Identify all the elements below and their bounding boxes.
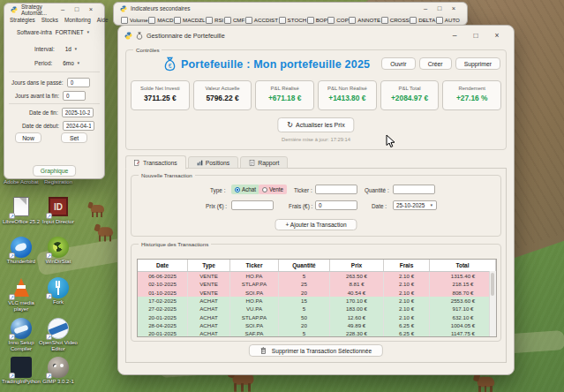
table-header: DateTypeTickerQuantitéPrixFraisTotal bbox=[138, 260, 496, 272]
checkbox-cmf[interactable]: CMF bbox=[224, 17, 244, 24]
days-before-end-input[interactable] bbox=[63, 91, 86, 101]
table-cell-fees: 6.25 € bbox=[384, 321, 430, 329]
strategy-titlebar[interactable]: Strategy Automat... – □ × bbox=[4, 4, 104, 15]
checkbox-auto[interactable]: AUTO bbox=[436, 17, 460, 24]
minimize-icon[interactable]: – bbox=[444, 26, 465, 44]
indicators-titlebar[interactable]: Indicateurs secondaires – □ × bbox=[114, 3, 467, 14]
table-row[interactable]: 28-04-2025ACHATSOI.PA2049.89 €6.25 €1004… bbox=[138, 321, 496, 329]
checkbox-accdist[interactable]: ACCDIST bbox=[245, 17, 278, 24]
creer-button[interactable]: Créer bbox=[419, 57, 452, 70]
software-select[interactable]: FORTINET ▼ bbox=[56, 29, 90, 35]
close-icon[interactable]: × bbox=[447, 4, 461, 14]
date-select[interactable]: 25-10-2025 ▼ bbox=[393, 200, 437, 210]
start-date-input[interactable] bbox=[63, 121, 94, 131]
checkbox-cross[interactable]: CROSS bbox=[381, 17, 410, 24]
tab-positions[interactable]: Positions bbox=[188, 156, 239, 169]
table-row[interactable]: 01-10-2025VENTESOI.PA2040.54 €2.10 €808.… bbox=[138, 289, 496, 297]
graphique-button[interactable]: Graphique bbox=[33, 165, 77, 177]
maximize-icon[interactable]: □ bbox=[432, 4, 447, 14]
stat-value: 3711.25 € bbox=[132, 94, 189, 102]
horse-figure bbox=[98, 227, 113, 236]
horse-figure bbox=[91, 205, 104, 213]
positions-tab-icon bbox=[197, 160, 203, 166]
desktop-icon-input-director[interactable]: ID↗Input Director bbox=[39, 196, 78, 225]
tab-transactions[interactable]: Transactions bbox=[125, 155, 186, 170]
desktop-icon-gimp[interactable]: ↗GIMP 3.0.2-1 bbox=[39, 357, 78, 385]
shortcut-arrow-icon: ↗ bbox=[46, 253, 52, 259]
add-transaction-button[interactable]: + Ajouter la Transaction bbox=[274, 219, 357, 230]
openshot-icon: ↗ bbox=[48, 318, 69, 339]
checkbox-cop[interactable]: COP bbox=[327, 17, 348, 24]
table-row[interactable]: 02-10-2025VENTESTLAP.PA258.81 €2.10 €218… bbox=[138, 280, 496, 288]
desktop-icon-label: Inno Setup Compiler bbox=[2, 340, 41, 352]
checkbox-annote[interactable]: ANNOTE bbox=[349, 17, 380, 24]
new-transaction-group: Nouvelle Transaction Type : Achat Vente … bbox=[131, 175, 501, 237]
refresh-prices-button[interactable]: ↻ Actualiser les Prix bbox=[277, 117, 354, 132]
checkbox-macd[interactable]: MACD bbox=[148, 17, 173, 24]
checkbox-delta[interactable]: DELTA bbox=[410, 17, 435, 24]
maximize-icon[interactable]: □ bbox=[70, 4, 84, 15]
vente-radio[interactable]: Vente bbox=[259, 185, 287, 194]
shortcut-arrow-icon: ↗ bbox=[9, 294, 15, 300]
menu-strategies[interactable]: Stratégies bbox=[10, 17, 35, 23]
desktop-icon-libreoffice[interactable]: ↗LibreOffice 25.2 bbox=[2, 196, 41, 225]
stat-card: P&L Non Réalisé+1413.80 € bbox=[318, 80, 377, 110]
libreoffice-icon: ↗ bbox=[11, 197, 32, 218]
interval-select[interactable]: 1d ▼ bbox=[65, 46, 78, 52]
table-row[interactable]: 17-02-2025ACHATHO.PA15170.10 €2.10 €2553… bbox=[138, 297, 496, 305]
table-row[interactable]: 20-01-2025ACHATSTLAP.PA5012.60 €2.10 €63… bbox=[138, 313, 496, 320]
transactions-table: DateTypeTickerQuantitéPrixFraisTotal 06-… bbox=[137, 259, 497, 337]
checkbox-bop[interactable]: BOP bbox=[307, 17, 327, 24]
supprimer-button[interactable]: Supprimer bbox=[455, 57, 500, 70]
desktop-icon-inno[interactable]: ↗Inno Setup Compiler bbox=[2, 318, 41, 352]
menu-stocks[interactable]: Stocks bbox=[41, 17, 58, 23]
desktop-icon-thunderbird[interactable]: ↗Thunderbird bbox=[2, 237, 41, 265]
delete-transaction-button[interactable]: Supprimer la Transaction Sélectionnée bbox=[249, 344, 383, 357]
menu-monitoring[interactable]: Monitoring bbox=[64, 17, 91, 23]
quantite-input[interactable] bbox=[393, 185, 435, 194]
checkbox-macdzl[interactable]: MACDZL bbox=[174, 17, 205, 24]
tab-rapport[interactable]: Rapport bbox=[240, 156, 288, 169]
achat-radio[interactable]: Achat bbox=[231, 185, 259, 194]
table-row[interactable]: 06-06-2025VENTEHO.PA5263.50 €2.10 €1315.… bbox=[138, 272, 496, 280]
prix-input[interactable] bbox=[231, 200, 274, 210]
table-cell-fees: 2.10 € bbox=[384, 297, 430, 305]
desktop-icon-label: VLC media player bbox=[2, 300, 41, 313]
checkbox-rsi[interactable]: RSI bbox=[206, 17, 223, 24]
checkbox-box-icon bbox=[174, 17, 181, 24]
period-select[interactable]: 6mo ▼ bbox=[63, 60, 80, 66]
desktop-icon-fork[interactable]: ↗Fork bbox=[39, 277, 78, 305]
table-row[interactable]: 27-02-2025ACHATVU.PA5183.00 €2.10 €917.1… bbox=[138, 305, 496, 313]
checkbox-stoch[interactable]: STOCH bbox=[279, 17, 307, 24]
desktop-icon-vlc[interactable]: ↗VLC media player bbox=[2, 277, 41, 313]
close-icon[interactable]: × bbox=[84, 4, 98, 15]
table-row[interactable]: 20-01-2025ACHATSAF.PA5228.30 €6.25 €1147… bbox=[138, 329, 496, 337]
close-icon[interactable]: × bbox=[486, 26, 508, 44]
minimize-icon[interactable]: – bbox=[418, 4, 432, 14]
portfolio-titlebar[interactable]: Gestionnaire de Portefeuille – □ × bbox=[118, 26, 514, 45]
frais-input[interactable] bbox=[315, 200, 357, 210]
days-past-input[interactable] bbox=[67, 78, 90, 87]
end-date-input[interactable] bbox=[62, 108, 94, 117]
desktop-icon-label-partial[interactable]: Registration bbox=[39, 179, 78, 185]
now-button[interactable]: Now bbox=[15, 132, 41, 143]
table-cell-fees: 2.10 € bbox=[384, 280, 430, 288]
scrollbar-thumb[interactable] bbox=[491, 273, 494, 296]
maximize-icon[interactable]: □ bbox=[465, 26, 486, 44]
menu-aide[interactable]: Aide bbox=[97, 17, 109, 23]
desktop-icon-openshot[interactable]: ↗OpenShot Video Editor bbox=[39, 318, 78, 352]
ticker-input[interactable] bbox=[315, 185, 357, 194]
checkbox-volume[interactable]: Volume bbox=[121, 17, 148, 24]
minimize-icon[interactable]: – bbox=[56, 4, 70, 15]
trash-icon bbox=[260, 347, 267, 354]
desktop-icon-label: OpenShot Video Editor bbox=[39, 340, 78, 352]
desktop-icon-tradpy[interactable]: ↗TradingInPython bbox=[2, 357, 41, 385]
desktop-icon-label-partial[interactable]: Adobe Acrobat bbox=[2, 179, 41, 185]
desktop-icon-windirstat[interactable]: ↗WinDirStat bbox=[39, 237, 78, 265]
table-scrollbar[interactable] bbox=[489, 271, 496, 336]
ouvrir-button[interactable]: Ouvrir bbox=[381, 57, 416, 70]
python-icon bbox=[11, 6, 18, 13]
horse-figure bbox=[478, 377, 495, 388]
set-button[interactable]: Set bbox=[61, 132, 87, 143]
table-cell-total: 917.10 € bbox=[430, 305, 496, 313]
